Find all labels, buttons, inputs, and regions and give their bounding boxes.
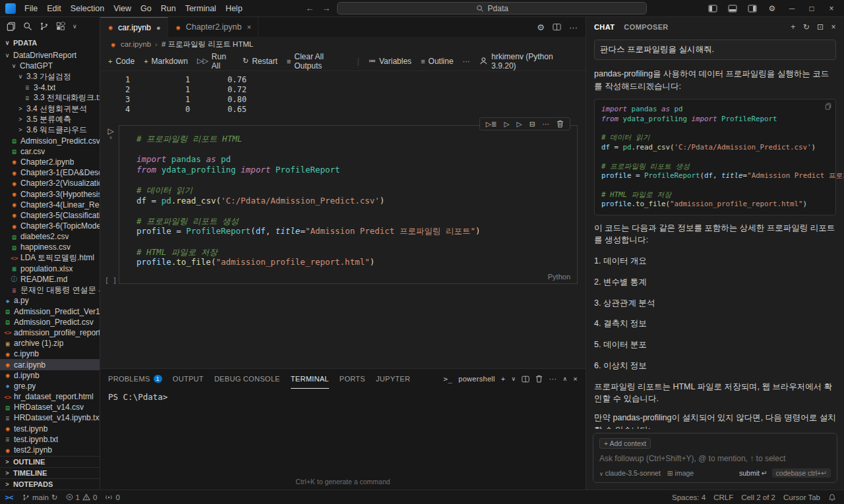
chat-input-box[interactable]: + Add context Ask followup (Ctrl+Shift+Y… bbox=[593, 433, 837, 483]
file-item[interactable]: ◆gre.py bbox=[0, 381, 100, 391]
close-chat-icon[interactable]: × bbox=[831, 22, 836, 32]
minimize-icon[interactable]: ─ bbox=[783, 1, 800, 16]
submit-button[interactable]: submit ↵ bbox=[739, 469, 768, 477]
nav-back-icon[interactable]: ← bbox=[304, 3, 315, 13]
file-item[interactable]: ◉Chapter3-6(TopicModeli... bbox=[0, 221, 100, 231]
modified-dot-icon[interactable]: ● bbox=[156, 24, 161, 32]
folder-item[interactable]: ∨DataDrivenReport bbox=[0, 50, 100, 61]
user-message[interactable]: 판다스 프로파일링을 실시해줘. bbox=[594, 40, 836, 60]
toggle-sidebar-icon[interactable] bbox=[704, 1, 721, 16]
folder-item[interactable]: ∨ChatGPT bbox=[0, 61, 100, 71]
menu-view[interactable]: View bbox=[109, 4, 136, 13]
source-control-icon[interactable] bbox=[40, 22, 49, 31]
folder-item[interactable]: >3.5 분류예측 bbox=[0, 114, 100, 125]
cell-position-status[interactable]: Cell 2 of 2 bbox=[737, 493, 779, 501]
section-notepads[interactable]: >NOTEPADS bbox=[0, 478, 100, 490]
explorer-icon[interactable] bbox=[7, 22, 16, 31]
panel-tab-ports[interactable]: PORTS bbox=[340, 369, 365, 389]
chat-history-icon[interactable]: ↻ bbox=[803, 22, 810, 32]
ports-status[interactable]: 0 bbox=[101, 490, 123, 504]
panel-tab-output[interactable]: OUTPUT bbox=[173, 369, 204, 389]
copy-code-icon[interactable] bbox=[825, 103, 831, 110]
folder-item[interactable]: >3.6 워드클라우드 bbox=[0, 125, 100, 135]
file-item[interactable]: ≣test.ipynb.txt bbox=[0, 434, 100, 445]
file-item[interactable]: ◉Chapter3-4(Linear_Regre... bbox=[0, 200, 100, 210]
open-chat-editor-icon[interactable]: ⊡ bbox=[817, 22, 824, 32]
cell-language-label[interactable]: Python bbox=[548, 273, 570, 281]
terminal-dropdown-icon[interactable]: ∨ bbox=[512, 376, 516, 382]
remote-indicator[interactable]: >< bbox=[0, 490, 18, 504]
split-editor-icon[interactable] bbox=[553, 23, 561, 31]
panel-more-icon[interactable]: ··· bbox=[549, 375, 557, 383]
file-item[interactable]: ◉Chapter3-5(Classification... bbox=[0, 210, 100, 221]
file-item[interactable]: ◉d.ipynb bbox=[0, 370, 100, 381]
section-timeline[interactable]: >TIMELINE bbox=[0, 467, 100, 478]
run-below-icon[interactable]: ▷ bbox=[517, 120, 522, 128]
file-item[interactable]: ≣3-4.txt bbox=[0, 82, 100, 93]
menu-go[interactable]: Go bbox=[136, 4, 156, 13]
panel-tab-jupyter[interactable]: JUPYTER bbox=[376, 369, 410, 389]
explorer-section-header[interactable]: ∨ PDATA bbox=[0, 36, 100, 50]
file-item[interactable]: ▤happiness.csv bbox=[0, 242, 100, 252]
breadcrumb[interactable]: ◉ car.ipynb › # 프로파일링 리포트 HTML bbox=[100, 37, 586, 51]
notebook-settings-gear-icon[interactable]: ⚙ bbox=[537, 22, 545, 32]
model-picker[interactable]: ∨ claude-3.5-sonnet bbox=[599, 469, 661, 477]
maximize-panel-icon[interactable]: ∧ bbox=[562, 376, 567, 382]
add-context-chip[interactable]: + Add context bbox=[599, 438, 651, 449]
eol-status[interactable]: CRLF bbox=[709, 493, 737, 501]
new-chat-icon[interactable]: + bbox=[791, 22, 795, 32]
more-actions-icon[interactable]: ··· bbox=[569, 22, 578, 32]
menu-help[interactable]: Help bbox=[221, 4, 247, 13]
codebase-button[interactable]: codebase ctrl+↵ bbox=[772, 468, 831, 478]
file-item[interactable]: ≣3.3 전체대화링크.txt bbox=[0, 93, 100, 103]
terminal-content[interactable]: PS C:\Pdata> bbox=[100, 389, 586, 478]
menu-file[interactable]: File bbox=[20, 4, 42, 13]
extensions-icon[interactable] bbox=[56, 22, 65, 31]
chat-messages[interactable]: 판다스 프로파일링을 실시해줘. pandas-profiling을 사용하여 … bbox=[586, 37, 844, 429]
toggle-panel-icon[interactable] bbox=[724, 1, 741, 16]
git-branch-status[interactable]: main ↻ bbox=[18, 490, 62, 504]
code-editor-area[interactable]: # 프로파일링 리포트 HTML import pandas as pdfrom… bbox=[136, 134, 572, 267]
notebook-content[interactable]: 110.76210.72310.80400.65 ▷∨ [ ] ▷≣ ▷ ▷ ⊟… bbox=[100, 71, 586, 368]
toolbar-run-all-button[interactable]: ▷▷Run All bbox=[197, 52, 233, 70]
file-item[interactable]: ≣HRDataset_v14.ipynb.txt bbox=[0, 412, 100, 423]
run-above-icon[interactable]: ▷ bbox=[504, 120, 510, 128]
folder-item[interactable]: ∨3.3 가설검정 bbox=[0, 71, 100, 82]
file-item[interactable]: ▤Admission_Predict_Ver1.1... bbox=[0, 306, 100, 317]
file-item[interactable]: ◉Chapter3-3(Hypothesis_t... bbox=[0, 188, 100, 199]
file-item[interactable]: <>admission_profile_report.h... bbox=[0, 327, 100, 338]
file-item[interactable]: ▤car.csv bbox=[0, 146, 100, 157]
file-item[interactable]: <>hr_dataset_report.html bbox=[0, 391, 100, 402]
attach-image-button[interactable]: ⊞ image bbox=[667, 469, 694, 477]
app-logo-icon[interactable] bbox=[5, 3, 16, 14]
file-item[interactable]: ◉test2.ipynb bbox=[0, 445, 100, 455]
file-item[interactable]: ▤diabetes2.csv bbox=[0, 231, 100, 242]
run-cell-icon[interactable]: ▷∨ bbox=[107, 128, 113, 141]
run-by-line-icon[interactable]: ▷≣ bbox=[486, 120, 497, 128]
file-item[interactable]: ▤Admission_Predict.csv bbox=[0, 136, 100, 146]
toolbar-more-actions-button[interactable]: ··· bbox=[463, 57, 470, 65]
file-item[interactable]: ◉c.ipynb bbox=[0, 349, 100, 359]
cursor-tab-status[interactable]: Cursor Tab bbox=[779, 493, 824, 501]
split-terminal-icon[interactable] bbox=[522, 376, 529, 383]
close-panel-icon[interactable]: × bbox=[573, 375, 578, 383]
breadcrumb-heading[interactable]: # 프로파일링 리포트 HTML bbox=[162, 40, 253, 49]
problems-status[interactable]: 1 0 bbox=[62, 490, 102, 504]
toggle-secondary-sidebar-icon[interactable] bbox=[744, 1, 761, 16]
tab-chat[interactable]: CHAT bbox=[594, 23, 615, 31]
file-item[interactable]: ⓘREADME.md bbox=[0, 274, 100, 285]
sync-icon[interactable]: ↻ bbox=[51, 493, 58, 502]
kill-terminal-icon[interactable] bbox=[535, 375, 543, 383]
menu-edit[interactable]: Edit bbox=[42, 4, 66, 13]
file-item[interactable]: ◉test.ipynb bbox=[0, 424, 100, 434]
split-cell-icon[interactable]: ⊟ bbox=[529, 120, 535, 128]
menu-run[interactable]: Run bbox=[156, 4, 181, 13]
maximize-icon[interactable]: □ bbox=[803, 1, 820, 16]
nav-forward-icon[interactable]: → bbox=[320, 3, 332, 13]
activity-more-chevron-icon[interactable]: ∨ bbox=[73, 23, 77, 30]
toolbar-code-button[interactable]: +Code bbox=[108, 57, 135, 66]
new-terminal-icon[interactable]: + bbox=[501, 375, 506, 383]
search-sidebar-icon[interactable] bbox=[23, 22, 32, 31]
file-item[interactable]: ◉Chapter2.ipynb bbox=[0, 157, 100, 167]
shell-label[interactable]: powershell bbox=[458, 375, 495, 383]
